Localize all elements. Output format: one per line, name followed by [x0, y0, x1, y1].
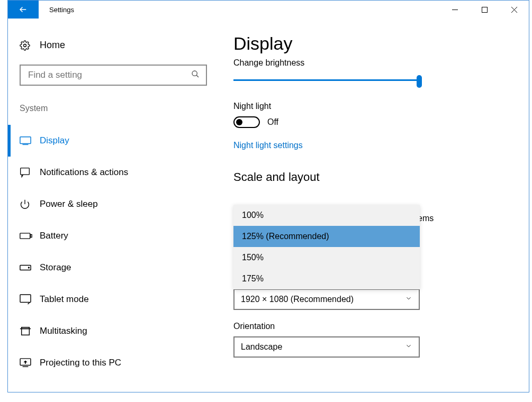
title-bar: Settings	[8, 1, 529, 19]
maximize-icon	[482, 7, 488, 13]
scale-option-100[interactable]: 100%	[233, 205, 420, 226]
sidebar-item-label: Projecting to this PC	[40, 358, 121, 368]
minimize-icon	[452, 7, 458, 13]
night-light-toggle-row: Off	[233, 116, 529, 128]
display-icon	[20, 136, 40, 145]
multitasking-icon	[20, 326, 40, 336]
search-row	[20, 65, 207, 86]
orientation-combobox[interactable]: Landscape	[233, 336, 420, 358]
app-title: Settings	[39, 1, 440, 19]
tablet-icon	[20, 294, 40, 305]
back-button[interactable]	[8, 1, 39, 19]
scale-dropdown-listbox[interactable]: 100% 125% (Recommended) 150% 175%	[233, 205, 420, 289]
search-input[interactable]	[27, 69, 191, 81]
sidebar-item-label: Notifications & actions	[40, 167, 128, 178]
scale-option-175[interactable]: 175%	[233, 268, 420, 289]
night-light-label: Night light	[233, 102, 529, 111]
home-nav[interactable]: Home	[8, 40, 219, 51]
sidebar-item-label: Tablet mode	[40, 294, 89, 305]
orientation-value: Landscape	[241, 342, 282, 352]
sidebar-item-projecting[interactable]: Projecting to this PC	[8, 347, 219, 379]
obscured-text: ems	[418, 214, 434, 223]
main-panel: Display Change brightness Night light Of…	[219, 19, 529, 392]
orientation-label: Orientation	[233, 322, 529, 331]
svg-rect-7	[20, 137, 31, 144]
sidebar-item-label: Power & sleep	[40, 199, 98, 209]
projecting-icon	[20, 358, 40, 368]
content-area: Home System Display	[8, 19, 529, 392]
nav-section-header: System	[8, 104, 219, 113]
arrow-left-icon	[19, 5, 28, 14]
resolution-value: 1920 × 1080 (Recommended)	[241, 295, 354, 304]
close-icon	[511, 7, 517, 13]
svg-point-5	[192, 71, 197, 76]
page-title: Display	[233, 33, 529, 54]
search-box[interactable]	[20, 65, 207, 86]
gear-icon	[20, 40, 40, 51]
sidebar-item-tablet[interactable]: Tablet mode	[8, 284, 219, 315]
toggle-knob	[236, 119, 242, 125]
svg-point-4	[24, 44, 26, 47]
night-light-state: Off	[267, 117, 278, 127]
night-light-settings-link[interactable]: Night light settings	[233, 141, 303, 150]
slider-thumb[interactable]	[417, 75, 422, 88]
scale-heading: Scale and layout	[233, 170, 529, 184]
chevron-down-icon	[405, 295, 412, 304]
svg-rect-11	[31, 234, 32, 237]
sidebar-item-label: Multitasking	[40, 326, 87, 336]
chevron-down-icon	[405, 342, 412, 352]
sidebar-item-multitasking[interactable]: Multitasking	[8, 315, 219, 347]
sidebar-item-notifications[interactable]: Notifications & actions	[8, 157, 219, 188]
svg-rect-10	[20, 233, 30, 239]
svg-rect-14	[20, 295, 31, 303]
sidebar-item-storage[interactable]: Storage	[8, 252, 219, 284]
sidebar-item-battery[interactable]: Battery	[8, 220, 219, 252]
svg-rect-9	[21, 168, 30, 175]
svg-rect-15	[22, 328, 30, 335]
svg-rect-1	[482, 7, 487, 12]
resolution-combobox[interactable]: 1920 × 1080 (Recommended)	[233, 289, 420, 310]
sidebar-item-label: Battery	[40, 231, 68, 241]
battery-icon	[20, 232, 40, 240]
slider-track	[233, 79, 420, 81]
brightness-label: Change brightness	[233, 58, 529, 68]
settings-window: Settings Home	[7, 0, 529, 392]
storage-icon	[20, 264, 40, 271]
minimize-button[interactable]	[440, 1, 470, 19]
brightness-slider[interactable]	[233, 73, 420, 88]
svg-point-13	[29, 267, 30, 268]
sidebar-item-label: Storage	[40, 262, 71, 273]
window-controls	[440, 1, 529, 19]
sidebar-item-label: Display	[40, 135, 69, 146]
close-button[interactable]	[499, 1, 529, 19]
notifications-icon	[20, 167, 40, 178]
night-light-toggle[interactable]	[233, 116, 260, 128]
svg-line-6	[196, 75, 199, 77]
power-icon	[20, 199, 40, 209]
sidebar-item-display[interactable]: Display	[8, 125, 219, 157]
sidebar-item-power[interactable]: Power & sleep	[8, 188, 219, 220]
maximize-button[interactable]	[470, 1, 499, 19]
home-label: Home	[40, 40, 65, 51]
sidebar: Home System Display	[8, 19, 219, 392]
scale-option-125[interactable]: 125% (Recommended)	[233, 226, 420, 247]
scale-option-150[interactable]: 150%	[233, 247, 420, 268]
search-icon	[191, 70, 200, 80]
